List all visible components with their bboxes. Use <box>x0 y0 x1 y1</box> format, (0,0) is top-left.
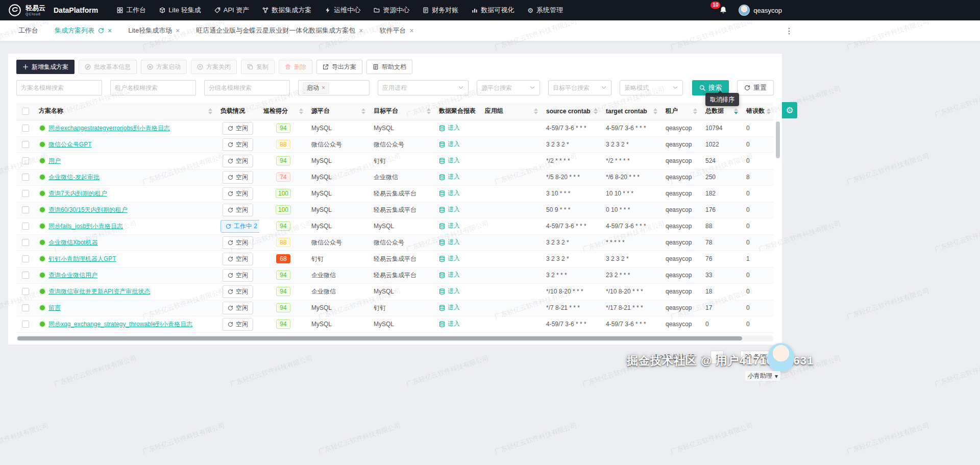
status-filter-select[interactable]: 启动× <box>298 80 370 95</box>
column-header-tenant[interactable]: 租户 <box>662 103 701 120</box>
row-checkbox[interactable] <box>22 223 29 230</box>
assistant-avatar[interactable] <box>768 343 794 372</box>
row-checkbox[interactable] <box>22 157 29 164</box>
sort-control[interactable] <box>594 108 598 114</box>
report-enter-link[interactable]: 进入 <box>439 205 460 214</box>
load-status-button[interactable]: 空闲 <box>223 171 253 184</box>
column-header-source[interactable]: 源平台 <box>307 103 370 120</box>
load-status-button[interactable]: 空闲 <box>223 269 253 282</box>
report-enter-link[interactable]: 进入 <box>439 254 460 263</box>
column-header-target_cron[interactable]: target crontab <box>602 103 662 120</box>
row-checkbox[interactable] <box>22 190 29 197</box>
column-header-source_cron[interactable]: source crontab <box>542 103 602 120</box>
nav-item-workbench[interactable]: 工作台 <box>110 0 153 20</box>
row-checkbox[interactable] <box>22 272 29 279</box>
nav-item-ops-center[interactable]: 运维中心 <box>318 0 367 20</box>
close-plan-button[interactable]: 方案关闭 <box>191 60 237 74</box>
column-header-score[interactable]: 巡检得分 <box>259 103 307 120</box>
sort-control[interactable] <box>734 108 738 114</box>
user-menu[interactable]: qeasycop <box>739 5 782 16</box>
load-status-button[interactable]: 空闲 <box>223 318 253 331</box>
strategy-mode-select[interactable]: 策略模式 <box>620 80 683 95</box>
load-status-button[interactable]: 空闲 <box>223 138 253 151</box>
report-enter-link[interactable]: 进入 <box>439 189 460 198</box>
close-icon[interactable]: × <box>359 27 363 34</box>
row-checkbox[interactable] <box>22 174 29 181</box>
row-checkbox[interactable] <box>22 239 29 246</box>
brand[interactable]: 轻易云 QCloud DataPlatform <box>8 4 98 17</box>
close-icon[interactable]: × <box>176 27 180 34</box>
load-status-button[interactable]: 空闲 <box>223 285 253 298</box>
more-menu-icon[interactable]: ⋮ <box>782 26 796 36</box>
notifications-button[interactable]: 10 <box>719 6 727 14</box>
app-process-select[interactable]: 应用进程 <box>378 80 469 95</box>
batch-edit-info-button[interactable]: 批改基本信息 <box>79 60 137 74</box>
plan-name-link[interactable]: 钉钉小青助理机器人GPT <box>48 255 116 263</box>
group-name-search-input[interactable] <box>204 80 290 95</box>
load-status-button[interactable]: 空闲 <box>223 155 253 167</box>
delete-plan-button[interactable]: 删除 <box>279 60 312 74</box>
row-checkbox[interactable] <box>22 321 29 328</box>
source-platform-search-select[interactable]: 源平台搜索 <box>477 80 540 95</box>
assistant-label[interactable]: 小青助理 ▾ <box>745 371 780 381</box>
sort-control[interactable] <box>534 108 538 114</box>
tab-lite-market[interactable]: Lite轻集成市场× <box>120 20 188 41</box>
plan-name-link[interactable]: 留言 <box>48 304 61 312</box>
plan-name-search-input[interactable] <box>16 80 102 95</box>
sort-control[interactable] <box>208 108 212 114</box>
row-checkbox[interactable] <box>22 141 29 148</box>
report-enter-link[interactable]: 进入 <box>439 156 460 165</box>
remove-tag-icon[interactable]: × <box>322 85 325 91</box>
target-platform-search-select[interactable]: 目标平台搜索 <box>548 80 611 95</box>
horizontal-scrollbar[interactable] <box>16 335 774 341</box>
tab-workbench[interactable]: 工作台 <box>10 20 46 41</box>
report-enter-link[interactable]: 进入 <box>439 124 460 132</box>
row-checkbox[interactable] <box>22 125 29 132</box>
nav-item-api-assets[interactable]: API 资产 <box>208 0 256 20</box>
load-status-button[interactable]: 空闲 <box>223 302 253 314</box>
column-header-appgroup[interactable]: 应用组 <box>481 103 542 120</box>
report-enter-link[interactable]: 进入 <box>439 238 460 247</box>
report-enter-link[interactable]: 进入 <box>439 173 460 181</box>
plan-name-link[interactable]: 用户 <box>48 157 61 165</box>
nav-item-lite-integration[interactable]: Lite 轻集成 <box>153 0 208 20</box>
column-header-errors[interactable]: 错误数 <box>742 103 774 120</box>
report-enter-link[interactable]: 进入 <box>439 303 460 312</box>
report-enter-link[interactable]: 进入 <box>439 271 460 279</box>
sort-control[interactable] <box>767 108 771 114</box>
nav-item-system-management[interactable]: ⚙系统管理 <box>521 0 570 20</box>
plan-name-link[interactable]: 查询60/30/15天内到期的租户 <box>48 206 128 214</box>
close-icon[interactable]: × <box>410 27 414 34</box>
nav-item-data-integration[interactable]: 数据集成方案 <box>256 0 318 20</box>
report-enter-link[interactable]: 进入 <box>439 287 460 296</box>
tab-wangdiantong-kingdee-package[interactable]: 旺店通企业版与金蝶云星辰业财一体化数据集成方案包× <box>188 20 371 41</box>
load-status-button[interactable]: 空闲 <box>223 187 253 200</box>
tab-integration-plan-list[interactable]: 集成方案列表× <box>46 20 120 41</box>
sort-control[interactable] <box>299 108 303 114</box>
load-status-button[interactable]: 空闲 <box>223 204 253 216</box>
row-checkbox[interactable] <box>22 206 29 213</box>
start-plan-button[interactable]: 方案启动 <box>141 60 187 74</box>
plan-name-link[interactable]: 查询企业微信用户 <box>48 271 97 280</box>
help-doc-button[interactable]: 帮助文档 <box>366 60 412 74</box>
export-plan-button[interactable]: 导出方案 <box>316 60 362 74</box>
report-enter-link[interactable]: 进入 <box>439 140 460 149</box>
row-checkbox[interactable] <box>22 255 29 262</box>
plan-name-link[interactable]: 同步fails_josb到小青格日志 <box>48 222 123 231</box>
close-icon[interactable]: × <box>108 27 112 34</box>
table-settings-button[interactable]: ⚙ <box>782 102 797 118</box>
nav-item-resource-center[interactable]: 资源中心 <box>367 0 416 20</box>
load-status-button[interactable]: 空闲 <box>223 122 253 135</box>
plan-name-link[interactable]: 查询7天内到期的租户 <box>48 189 107 198</box>
plan-name-link[interactable]: 查询微信审批并更新API资产审批状态 <box>48 287 150 296</box>
nav-item-finance-reconciliation[interactable]: 财务对账 <box>416 0 465 20</box>
copy-plan-button[interactable]: 复制 <box>241 60 275 74</box>
sort-control[interactable] <box>693 108 697 114</box>
load-status-button[interactable]: 工作中 2 <box>220 220 259 233</box>
plan-name-link[interactable]: 同步xqg_exchange_strategy_throwable到小青格日志 <box>48 320 192 329</box>
report-enter-link[interactable]: 进入 <box>439 320 460 328</box>
sort-control[interactable] <box>361 108 365 114</box>
tab-software-platform[interactable]: 软件平台× <box>372 20 422 41</box>
add-plan-button[interactable]: 新增集成方案 <box>16 60 75 74</box>
nav-item-data-visualization[interactable]: 数据可视化 <box>465 0 521 20</box>
